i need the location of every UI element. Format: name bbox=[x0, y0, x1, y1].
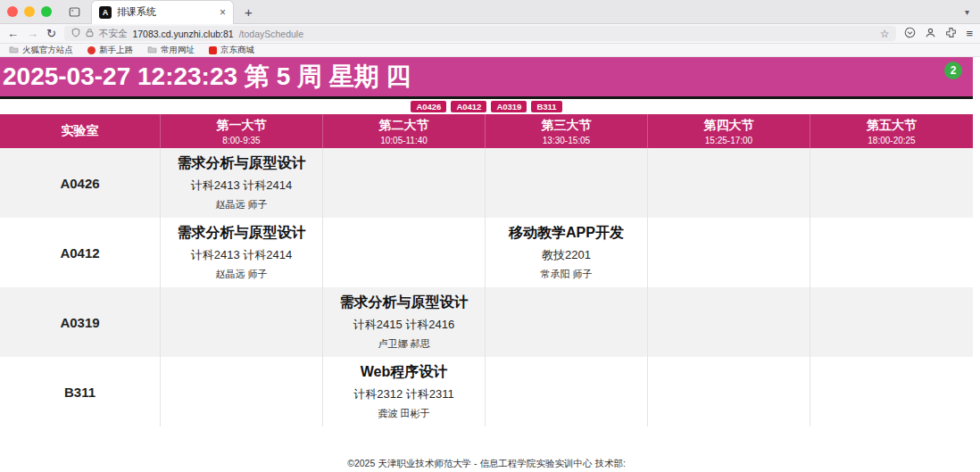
schedule-cell-empty bbox=[648, 148, 810, 218]
schedule-cell-empty bbox=[486, 148, 648, 218]
room-tags-row: A0426 A0412 A0319 B311 bbox=[0, 99, 973, 114]
course-classes: 计科2413 计科2414 bbox=[191, 178, 292, 194]
course-classes: 教技2201 bbox=[542, 247, 591, 263]
bookmark-label: 新手上路 bbox=[99, 45, 133, 56]
schedule-page: 2025-03-27 12:23:23 第 5 周 星期 四 2 A0426 A… bbox=[0, 57, 973, 470]
course-teachers: 卢卫娜 郝思 bbox=[378, 337, 429, 351]
schedule-cell-empty bbox=[648, 218, 810, 287]
course-classes: 计科2312 计科2311 bbox=[353, 386, 454, 402]
schedule-cell-empty bbox=[648, 357, 810, 426]
firefox-view-icon[interactable] bbox=[64, 3, 84, 21]
bookmarks-bar: 火狐官方站点 新手上路 常用网址 京东商城 bbox=[0, 44, 980, 57]
bookmark-label: 京东商城 bbox=[220, 45, 254, 56]
insecure-lock-icon[interactable] bbox=[86, 28, 94, 39]
schedule-cell: 需求分析与原型设计 计科2413 计科2414 赵晶远 师子 bbox=[161, 218, 323, 287]
period-time: 15:25-17:00 bbox=[705, 136, 752, 145]
header-period-4: 第四大节 15:25-17:00 bbox=[648, 114, 810, 148]
tab-title: 排课系统 bbox=[117, 5, 214, 19]
close-window-button[interactable] bbox=[7, 6, 18, 17]
browser-tab[interactable]: A 排课系统 × bbox=[91, 0, 234, 24]
new-tab-button[interactable]: + bbox=[241, 4, 256, 20]
schedule-cell-empty bbox=[161, 287, 323, 357]
notification-badge[interactable]: 2 bbox=[944, 62, 962, 79]
course-teachers: 龚波 田彬于 bbox=[378, 407, 429, 420]
forward-button[interactable]: → bbox=[27, 28, 38, 39]
period-label: 第四大节 bbox=[704, 118, 754, 134]
schedule-cell: 移动教学APP开发 教技2201 常承阳 师子 bbox=[486, 218, 648, 287]
course-title: 需求分析与原型设计 bbox=[340, 294, 469, 312]
room-name: B311 bbox=[0, 357, 161, 426]
reload-button[interactable]: ↻ bbox=[46, 28, 56, 39]
period-label: 第一大节 bbox=[217, 118, 267, 134]
navigation-toolbar: ← → ↻ 不安全 17083.cd.yunzhi.club:81/todayS… bbox=[0, 24, 980, 44]
course-teachers: 常承阳 师子 bbox=[540, 268, 592, 281]
bookmark-item[interactable]: 常用网址 bbox=[147, 45, 195, 56]
header-period-1: 第一大节 8:00-9:35 bbox=[161, 114, 323, 148]
schedule-cell-empty bbox=[323, 218, 486, 287]
schedule-cell-empty bbox=[161, 357, 323, 426]
account-icon[interactable] bbox=[925, 26, 936, 42]
schedule-row: B311 Web程序设计 计科2312 计科2311 龚波 田彬于 bbox=[0, 357, 973, 426]
course-teachers: 赵晶远 师子 bbox=[215, 268, 267, 281]
period-time: 13:30-15:05 bbox=[543, 136, 590, 145]
header-room: 实验室 bbox=[0, 114, 161, 148]
course-title: Web程序设计 bbox=[361, 363, 447, 382]
url-path: /todaySchedule bbox=[239, 29, 303, 39]
course-title: 移动教学APP开发 bbox=[509, 224, 624, 243]
url-bar[interactable]: 不安全 17083.cd.yunzhi.club:81/todaySchedul… bbox=[64, 26, 897, 41]
red-dot-icon bbox=[87, 46, 96, 54]
back-button[interactable]: ← bbox=[7, 28, 19, 39]
minimize-window-button[interactable] bbox=[24, 6, 35, 17]
tab-strip: A 排课系统 × + ▾ bbox=[0, 0, 980, 24]
room-header-label: 实验室 bbox=[62, 123, 99, 139]
security-label: 不安全 bbox=[99, 28, 128, 40]
period-time: 10:05-11:40 bbox=[380, 136, 428, 145]
folder-icon bbox=[9, 46, 19, 55]
bookmark-label: 火狐官方站点 bbox=[22, 45, 73, 56]
bookmark-item[interactable]: 京东商城 bbox=[209, 45, 254, 56]
bookmark-star-icon[interactable]: ☆ bbox=[880, 28, 890, 40]
schedule-row: A0319 需求分析与原型设计 计科2415 计科2416 卢卫娜 郝思 bbox=[0, 287, 973, 357]
course-classes: 计科2413 计科2414 bbox=[191, 247, 292, 263]
schedule-cell-empty bbox=[648, 287, 810, 357]
course-teachers: 赵晶远 师子 bbox=[215, 198, 267, 211]
room-tag[interactable]: A0412 bbox=[451, 101, 486, 113]
period-time: 18:00-20:25 bbox=[868, 136, 915, 145]
tab-list-chevron-icon[interactable]: ▾ bbox=[965, 7, 973, 17]
course-title: 需求分析与原型设计 bbox=[178, 154, 306, 173]
schedule-cell-empty bbox=[810, 357, 973, 426]
schedule-cell-empty bbox=[810, 287, 973, 357]
course-classes: 计科2415 计科2416 bbox=[353, 317, 454, 333]
page-banner: 2025-03-27 12:23:23 第 5 周 星期 四 2 bbox=[0, 57, 973, 99]
page-footer: ©2025 天津职业技术师范大学 - 信息工程学院实验实训中心 技术部: bbox=[0, 458, 973, 470]
room-name: A0426 bbox=[0, 148, 161, 218]
banner-datetime-week: 2025-03-27 12:23:23 第 5 周 星期 四 bbox=[0, 60, 411, 94]
room-tag[interactable]: A0426 bbox=[411, 101, 446, 113]
schedule-cell-empty bbox=[486, 287, 648, 357]
schedule-cell-empty bbox=[323, 148, 486, 218]
course-title: 需求分析与原型设计 bbox=[178, 224, 306, 243]
period-label: 第三大节 bbox=[542, 118, 592, 134]
extensions-icon[interactable] bbox=[945, 26, 957, 42]
room-tag[interactable]: A0319 bbox=[491, 101, 527, 113]
tab-close-icon[interactable]: × bbox=[220, 6, 226, 19]
maximize-window-button[interactable] bbox=[41, 6, 52, 17]
room-tag[interactable]: B311 bbox=[531, 101, 561, 113]
shield-icon[interactable] bbox=[71, 28, 80, 39]
schedule-cell-empty bbox=[810, 218, 973, 287]
bookmark-item[interactable]: 火狐官方站点 bbox=[9, 45, 73, 56]
header-period-5: 第五大节 18:00-20:25 bbox=[810, 114, 973, 148]
schedule-row: A0426 需求分析与原型设计 计科2413 计科2414 赵晶远 师子 bbox=[0, 148, 973, 218]
toolbar-right-icons: ≡ bbox=[904, 26, 973, 42]
schedule-cell: Web程序设计 计科2312 计科2311 龚波 田彬于 bbox=[323, 357, 486, 426]
header-period-2: 第二大节 10:05-11:40 bbox=[323, 114, 486, 148]
schedule-cell: 需求分析与原型设计 计科2413 计科2414 赵晶远 师子 bbox=[161, 148, 323, 218]
window-controls bbox=[7, 6, 52, 17]
schedule-cell: 需求分析与原型设计 计科2415 计科2416 卢卫娜 郝思 bbox=[323, 287, 486, 357]
pocket-icon[interactable] bbox=[904, 26, 916, 42]
period-time: 8:00-9:35 bbox=[222, 136, 260, 145]
period-label: 第二大节 bbox=[379, 118, 429, 134]
site-favicon-icon: A bbox=[99, 6, 112, 19]
menu-icon[interactable]: ≡ bbox=[966, 28, 973, 39]
bookmark-item[interactable]: 新手上路 bbox=[87, 45, 133, 56]
